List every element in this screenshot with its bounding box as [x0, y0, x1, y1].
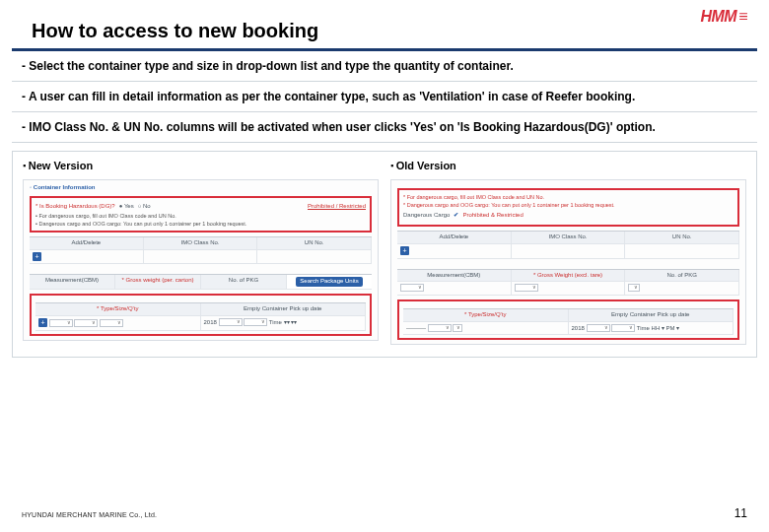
- logo-bars-icon: ≡: [738, 8, 747, 25]
- size-select[interactable]: [428, 324, 452, 332]
- col-imo: IMO Class No.: [144, 237, 258, 249]
- hmm-logo: HMM≡: [698, 8, 747, 26]
- dg-note: • Dangerous cargo and OOG cargo: You can…: [35, 221, 366, 228]
- dg-table: Add/Delete IMO Class No. UN No. +: [30, 236, 372, 265]
- dg-checkbox[interactable]: ✔: [454, 212, 458, 220]
- col-measurement: Measurement(CBM): [30, 275, 115, 289]
- day-select[interactable]: [244, 318, 267, 326]
- col-empty-pickup: Empty Container Pick up date: [201, 303, 367, 315]
- dg-note: * For dangerous cargo, fill out IMO Clas…: [403, 194, 734, 201]
- time-label: Time HH ▾ PM ▾: [637, 324, 679, 330]
- instruction-item: - A user can fill in detail information …: [12, 82, 757, 112]
- page-number: 11: [734, 506, 747, 520]
- radio-no[interactable]: ○ No: [138, 203, 151, 211]
- new-screenshot: ◦ Container Information * Is Booking Haz…: [23, 179, 379, 341]
- col-gross: * Gross Weight (excl. tare): [512, 270, 626, 282]
- old-version-label: Old Version: [390, 160, 746, 171]
- col-measurement: Measurement(CBM): [397, 270, 512, 282]
- page-title: How to access to new booking: [12, 0, 757, 51]
- pkg-input[interactable]: [628, 284, 640, 292]
- search-package-button[interactable]: Search Package Units: [296, 277, 362, 287]
- footer-company: HYUNDAI MERCHANT MARINE Co., Ltd.: [22, 511, 157, 518]
- col-imo: IMO Class No.: [512, 232, 626, 243]
- col-adddelete: Add/Delete: [397, 232, 512, 243]
- dg-note: • For dangerous cargo, fill out IMO Clas…: [35, 213, 366, 220]
- col-gross: * Gross weight (per. carton): [115, 275, 201, 289]
- add-row-button[interactable]: +: [38, 318, 47, 327]
- col-pkg: No. of PKG: [201, 275, 287, 289]
- month-select[interactable]: [219, 318, 243, 326]
- old-version-col: Old Version * For dangerous cargo, fill …: [390, 160, 746, 345]
- section-header: ◦ Container Information: [30, 184, 372, 192]
- qty-select[interactable]: [453, 324, 462, 332]
- instruction-list: - Select the container type and size in …: [12, 51, 757, 143]
- new-version-col: New Version ◦ Container Information * Is…: [23, 160, 379, 345]
- col-empty-pickup: Empty Container Pick up date: [569, 309, 734, 321]
- prohibited-link[interactable]: Prohibited / Restricted: [308, 203, 366, 211]
- col-type: * Type/Size/Q'ty: [403, 309, 569, 321]
- col-un: UN No.: [625, 232, 739, 243]
- instruction-item: - Select the container type and size in …: [12, 51, 757, 82]
- add-row-button[interactable]: +: [400, 246, 409, 255]
- year-value: 2018: [204, 319, 217, 325]
- highlight-box: * For dangerous cargo, fill out IMO Clas…: [397, 188, 739, 227]
- radio-yes[interactable]: ● Yes: [119, 203, 134, 211]
- year-value: 2018: [572, 324, 585, 330]
- gross-input[interactable]: [515, 284, 538, 292]
- col-type: * Type/Size/Q'ty: [35, 303, 201, 315]
- col-un: UN No.: [257, 237, 372, 249]
- col-adddelete: Add/Delete: [30, 237, 144, 249]
- qty-select[interactable]: [100, 319, 123, 327]
- dg-label: * Is Booking Hazardous (DG)?: [35, 203, 115, 211]
- cbm-input[interactable]: [400, 284, 424, 292]
- day-select[interactable]: [611, 324, 635, 332]
- type-option[interactable]: ----------: [406, 324, 426, 330]
- comparison-panel: New Version ◦ Container Information * Is…: [12, 151, 757, 358]
- highlight-box: * Is Booking Hazardous (DG)? ● Yes ○ No …: [30, 196, 372, 233]
- time-label: Time ▾▾ ▾▾: [269, 319, 297, 325]
- new-version-label: New Version: [23, 160, 379, 171]
- month-select[interactable]: [587, 324, 610, 332]
- logo-text: HMM: [700, 8, 736, 25]
- add-row-button[interactable]: +: [33, 252, 41, 261]
- dg-label: Dangerous Cargo: [403, 212, 450, 220]
- dg-table: Add/Delete IMO Class No. UN No. +: [397, 231, 739, 259]
- size-select[interactable]: [74, 319, 98, 327]
- type-select[interactable]: [49, 319, 73, 327]
- dg-note: * Dangerous cargo and OOG cargo: You can…: [403, 202, 734, 209]
- prohibited-link[interactable]: Prohibited & Restricted: [462, 212, 523, 220]
- old-screenshot: * For dangerous cargo, fill out IMO Clas…: [390, 179, 746, 345]
- col-pkg: No. of PKG: [625, 270, 739, 282]
- instruction-item: - IMO Class No. & UN No. columns will be…: [12, 112, 757, 143]
